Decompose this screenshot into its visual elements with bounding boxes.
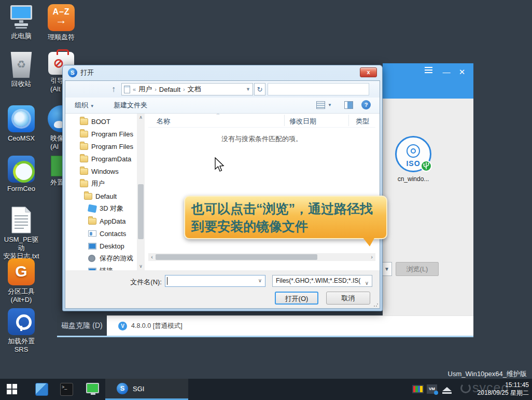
recycle-bin-icon: [9, 52, 33, 78]
filetype-select[interactable]: Files(*.GHO;*.WIM;*.ESD;*.IS( ∨: [272, 275, 372, 287]
scroll-down-icon[interactable]: ∨: [137, 263, 145, 270]
desktop-icon-label: 分区工具 (Alt+D): [1, 287, 41, 304]
tree-item[interactable]: 链接: [65, 265, 137, 270]
desktop-icon-drive-letter[interactable]: A–Z→ 理顺盘符: [41, 4, 81, 42]
3d-objects-icon: [88, 204, 97, 213]
taskbar-clock[interactable]: 15:11:45 2018/09/25 星期二: [478, 381, 529, 397]
folder-icon: [80, 156, 88, 162]
folder-tree: BOOT Program Files Program Files Program…: [65, 115, 137, 270]
folder-icon: [80, 168, 88, 175]
resize-grip[interactable]: [373, 302, 379, 307]
clock-date: 2018/09/25 星期二: [478, 389, 529, 397]
chevron-down-icon[interactable]: ▼: [246, 87, 250, 92]
search-input[interactable]: [268, 83, 369, 95]
menu-icon[interactable]: [425, 70, 437, 71]
tutorial-callout: 也可以点击“浏览”，通过路径找到要安装的镜像文件: [184, 196, 387, 239]
image-path-dropdown[interactable]: ▼: [382, 262, 392, 276]
desktop-icon-usm-log[interactable]: USM_PE驱动 安装日志.txt: [1, 206, 41, 260]
tree-item[interactable]: 3D 对象: [65, 202, 137, 215]
iso-file-item[interactable]: ISO cn_windo...: [385, 136, 442, 183]
open-button[interactable]: 打开(O): [275, 292, 318, 305]
tree-item[interactable]: ProgramData: [65, 153, 137, 165]
up-arrow-icon[interactable]: ↑: [108, 84, 119, 95]
tree-item[interactable]: Desktop: [65, 240, 137, 252]
scrollbar-thumb[interactable]: [138, 184, 144, 239]
organize-menu[interactable]: 组织 ▼: [75, 98, 94, 113]
iso-disc-icon: ISO: [395, 136, 431, 172]
tree-item[interactable]: AppData: [65, 215, 137, 227]
tree-item[interactable]: Contacts: [65, 227, 137, 240]
dialog-footer: 文件名(N): ∨ Files(*.GHO;*.WIM;*.ESD;*.IS( …: [65, 270, 380, 308]
file-list: ^ 名称 修改日期 类型 没有与搜索条件匹配的项。 ‹ ›: [148, 114, 375, 270]
folder-icon: [88, 218, 96, 225]
tree-item[interactable]: Default: [65, 190, 137, 202]
chevron-down-icon[interactable]: ∨: [258, 278, 262, 283]
column-header-type[interactable]: 类型: [356, 117, 369, 126]
breadcrumb-item[interactable]: Default: [159, 86, 180, 93]
tree-item[interactable]: Program Files: [65, 140, 137, 153]
view-mode-dropdown[interactable]: ▼: [328, 98, 332, 113]
taskbar-app-icon[interactable]: [35, 383, 48, 396]
desktop-icon-formceo[interactable]: FormCeo: [1, 156, 41, 193]
close-icon[interactable]: ✕: [456, 67, 468, 77]
tray-eject-icon[interactable]: [442, 387, 452, 391]
cancel-button[interactable]: 取消: [326, 292, 370, 305]
desktop-icon-label: 此电脑: [1, 32, 41, 40]
breadcrumb-item[interactable]: 用户: [138, 85, 152, 94]
desktop-icon-recycle-bin[interactable]: 回收站: [1, 52, 41, 88]
column-header-date[interactable]: 修改日期: [289, 117, 316, 126]
scroll-up-icon[interactable]: ∧: [137, 114, 145, 121]
view-mode-icon[interactable]: [316, 101, 325, 109]
build-version-label: Usm_Win10pex64_维护版: [363, 369, 527, 379]
help-icon[interactable]: ?: [361, 100, 371, 109]
column-header-name[interactable]: 名称: [157, 117, 170, 126]
tree-item[interactable]: Program Files: [65, 128, 137, 140]
close-button[interactable]: x: [360, 67, 377, 77]
start-button[interactable]: [7, 384, 18, 395]
desktop-icon-label: 加载外置SRS: [1, 337, 41, 354]
sgi-logo-icon: S: [68, 68, 77, 77]
desktop-folder-icon: [88, 243, 96, 250]
browse-button[interactable]: 浏览(L): [396, 262, 439, 276]
tree-item[interactable]: 保存的游戏: [65, 252, 137, 265]
desktop-icon-load-srs[interactable]: 加载外置SRS: [1, 308, 41, 354]
desktop-icon-this-pc[interactable]: 此电脑: [1, 4, 41, 40]
drive-letter-icon: A–Z→: [48, 4, 75, 31]
taskbar-task-sgi[interactable]: S SGI: [105, 379, 188, 400]
desktop-icon-ceomsx[interactable]: CeoMSX: [1, 105, 41, 143]
usb-badge-icon: [421, 160, 432, 172]
desktop-icon-label: USM_PE驱动 安装日志.txt: [1, 236, 41, 260]
refresh-icon[interactable]: ↻: [254, 83, 265, 95]
breadcrumb[interactable]: « 用户 › Default › 文档 ▼: [121, 83, 253, 95]
desktop-icon-label: 回收站: [1, 80, 41, 88]
iso-file-label: cn_windo...: [385, 175, 442, 183]
filename-label: 文件名(N):: [117, 278, 162, 287]
pe-tool-icon[interactable]: [86, 383, 99, 393]
scroll-left-icon[interactable]: ‹: [148, 253, 156, 261]
filename-input[interactable]: ∨: [165, 275, 265, 287]
minimize-icon[interactable]: —: [440, 67, 453, 76]
desktop-icon-partition-tool[interactable]: G 分区工具 (Alt+D): [1, 258, 41, 304]
desktop-icon-label: FormCeo: [1, 185, 41, 193]
text-file-icon: [1, 206, 41, 233]
tree-item[interactable]: BOOT: [65, 115, 137, 128]
folder-icon: [80, 118, 88, 125]
tray-display-icon[interactable]: [412, 385, 424, 393]
tree-scrollbar[interactable]: ∧ ∨: [137, 114, 145, 270]
ceomsx-icon: [8, 105, 35, 132]
preview-pane-icon[interactable]: [344, 101, 353, 109]
document-icon: [124, 86, 130, 93]
tab-disk-clone[interactable]: 磁盘克隆 (D): [57, 315, 107, 336]
folder-icon: [80, 131, 88, 137]
tray-vm-icon[interactable]: VM: [427, 384, 437, 394]
computer-icon: [1, 4, 41, 30]
horizontal-scrollbar[interactable]: ‹ ›: [148, 253, 375, 261]
new-folder-button[interactable]: 新建文件夹: [114, 98, 147, 113]
scrollbar-thumb[interactable]: [156, 254, 317, 260]
scroll-right-icon[interactable]: ›: [368, 253, 375, 261]
cmd-icon[interactable]: [60, 383, 73, 396]
tree-item[interactable]: Windows: [65, 165, 137, 177]
tree-item[interactable]: 用户: [65, 177, 137, 190]
dialog-titlebar: S 打开: [68, 68, 94, 77]
breadcrumb-item[interactable]: 文档: [188, 85, 201, 94]
